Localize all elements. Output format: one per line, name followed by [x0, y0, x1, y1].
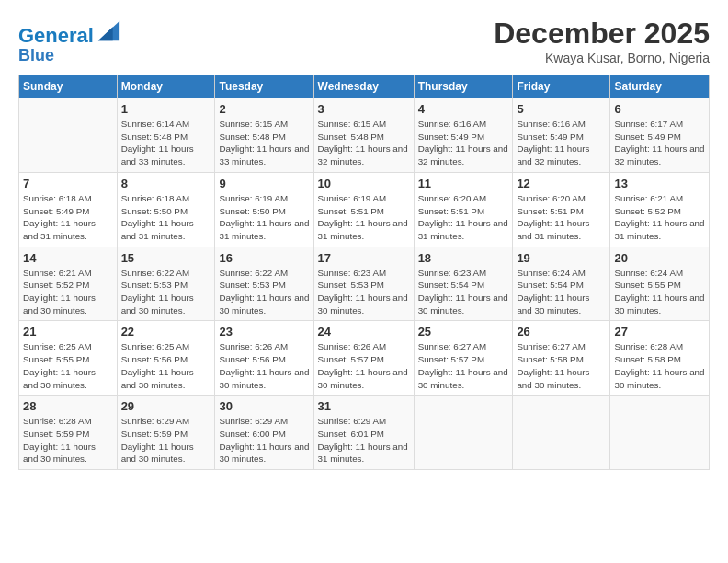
day-number: 18	[418, 251, 509, 265]
day-info: Sunrise: 6:24 AMSunset: 5:54 PMDaylight:…	[517, 267, 606, 317]
day-info: Sunrise: 6:15 AMSunset: 5:48 PMDaylight:…	[219, 118, 309, 168]
day-info: Sunrise: 6:29 AMSunset: 6:00 PMDaylight:…	[219, 415, 309, 465]
day-info: Sunrise: 6:18 AMSunset: 5:49 PMDaylight:…	[23, 192, 113, 243]
day-number: 30	[219, 399, 309, 413]
page-container: General Blue December 2025 Kwaya Kusar, …	[0, 0, 728, 479]
calendar-cell	[19, 98, 118, 173]
week-row-3: 21Sunrise: 6:25 AMSunset: 5:55 PMDayligh…	[19, 321, 710, 396]
day-number: 24	[318, 325, 410, 339]
day-number: 1	[121, 102, 211, 116]
col-header-thursday: Thursday	[414, 75, 513, 98]
header: General Blue December 2025 Kwaya Kusar, …	[18, 17, 710, 65]
day-number: 3	[318, 102, 410, 116]
logo: General Blue	[18, 17, 121, 65]
day-info: Sunrise: 6:27 AMSunset: 5:58 PMDaylight:…	[517, 340, 606, 391]
calendar-cell: 10Sunrise: 6:19 AMSunset: 5:51 PMDayligh…	[313, 172, 414, 247]
calendar-cell: 19Sunrise: 6:24 AMSunset: 5:54 PMDayligh…	[513, 247, 610, 321]
calendar-cell: 1Sunrise: 6:14 AMSunset: 5:48 PMDaylight…	[117, 98, 215, 173]
logo-text: General	[18, 17, 121, 47]
day-number: 6	[614, 102, 705, 116]
calendar-cell: 14Sunrise: 6:21 AMSunset: 5:52 PMDayligh…	[19, 247, 118, 321]
location-subtitle: Kwaya Kusar, Borno, Nigeria	[494, 51, 710, 65]
calendar-cell: 26Sunrise: 6:27 AMSunset: 5:58 PMDayligh…	[513, 321, 610, 396]
day-info: Sunrise: 6:20 AMSunset: 5:51 PMDaylight:…	[418, 192, 509, 243]
day-number: 26	[517, 325, 606, 339]
calendar-cell: 9Sunrise: 6:19 AMSunset: 5:50 PMDaylight…	[215, 172, 313, 247]
day-number: 12	[517, 177, 606, 190]
calendar-cell: 15Sunrise: 6:22 AMSunset: 5:53 PMDayligh…	[117, 247, 215, 321]
day-info: Sunrise: 6:26 AMSunset: 5:56 PMDaylight:…	[219, 340, 309, 391]
week-row-4: 28Sunrise: 6:28 AMSunset: 5:59 PMDayligh…	[19, 396, 710, 470]
calendar-cell: 7Sunrise: 6:18 AMSunset: 5:49 PMDaylight…	[19, 172, 118, 247]
calendar-cell: 4Sunrise: 6:16 AMSunset: 5:49 PMDaylight…	[414, 98, 513, 173]
calendar-cell: 29Sunrise: 6:29 AMSunset: 5:59 PMDayligh…	[117, 396, 215, 470]
col-header-friday: Friday	[513, 75, 610, 98]
calendar-cell: 11Sunrise: 6:20 AMSunset: 5:51 PMDayligh…	[414, 172, 513, 247]
calendar-cell: 25Sunrise: 6:27 AMSunset: 5:57 PMDayligh…	[414, 321, 513, 396]
calendar-cell: 20Sunrise: 6:24 AMSunset: 5:55 PMDayligh…	[610, 247, 710, 321]
day-number: 16	[219, 251, 309, 265]
day-number: 25	[418, 325, 509, 339]
calendar-cell: 8Sunrise: 6:18 AMSunset: 5:50 PMDaylight…	[117, 172, 215, 247]
day-number: 29	[121, 399, 211, 413]
day-info: Sunrise: 6:25 AMSunset: 5:56 PMDaylight:…	[121, 340, 211, 391]
day-number: 19	[517, 251, 606, 265]
day-number: 15	[121, 251, 211, 265]
day-number: 2	[219, 102, 309, 116]
day-info: Sunrise: 6:19 AMSunset: 5:50 PMDaylight:…	[219, 192, 309, 243]
day-info: Sunrise: 6:14 AMSunset: 5:48 PMDaylight:…	[121, 118, 211, 168]
col-header-wednesday: Wednesday	[313, 75, 414, 98]
day-number: 28	[23, 399, 113, 413]
day-info: Sunrise: 6:22 AMSunset: 5:53 PMDaylight:…	[219, 267, 309, 317]
week-row-0: 1Sunrise: 6:14 AMSunset: 5:48 PMDaylight…	[19, 98, 710, 173]
calendar-cell: 3Sunrise: 6:15 AMSunset: 5:48 PMDaylight…	[313, 98, 414, 173]
day-info: Sunrise: 6:25 AMSunset: 5:55 PMDaylight:…	[23, 340, 113, 391]
day-number: 7	[23, 177, 113, 190]
day-info: Sunrise: 6:26 AMSunset: 5:57 PMDaylight:…	[318, 340, 410, 391]
calendar-cell: 17Sunrise: 6:23 AMSunset: 5:53 PMDayligh…	[313, 247, 414, 321]
calendar-cell: 31Sunrise: 6:29 AMSunset: 6:01 PMDayligh…	[313, 396, 414, 470]
calendar-cell	[513, 396, 610, 470]
day-info: Sunrise: 6:28 AMSunset: 5:58 PMDaylight:…	[614, 340, 705, 391]
day-info: Sunrise: 6:23 AMSunset: 5:54 PMDaylight:…	[418, 267, 509, 317]
day-number: 17	[318, 251, 410, 265]
day-info: Sunrise: 6:21 AMSunset: 5:52 PMDaylight:…	[23, 267, 113, 317]
col-header-tuesday: Tuesday	[215, 75, 313, 98]
day-number: 4	[418, 102, 509, 116]
calendar-cell: 28Sunrise: 6:28 AMSunset: 5:59 PMDayligh…	[19, 396, 118, 470]
day-info: Sunrise: 6:21 AMSunset: 5:52 PMDaylight:…	[614, 192, 705, 243]
calendar-cell: 23Sunrise: 6:26 AMSunset: 5:56 PMDayligh…	[215, 321, 313, 396]
day-info: Sunrise: 6:19 AMSunset: 5:51 PMDaylight:…	[318, 192, 410, 243]
calendar-cell	[414, 396, 513, 470]
calendar-cell: 5Sunrise: 6:16 AMSunset: 5:49 PMDaylight…	[513, 98, 610, 173]
day-number: 14	[23, 251, 113, 265]
calendar-cell: 2Sunrise: 6:15 AMSunset: 5:48 PMDaylight…	[215, 98, 313, 173]
calendar-cell: 27Sunrise: 6:28 AMSunset: 5:58 PMDayligh…	[610, 321, 710, 396]
day-number: 9	[219, 177, 309, 190]
header-row: SundayMondayTuesdayWednesdayThursdayFrid…	[19, 75, 710, 98]
day-number: 11	[418, 177, 509, 190]
logo-blue: Blue	[18, 47, 121, 65]
calendar-cell: 22Sunrise: 6:25 AMSunset: 5:56 PMDayligh…	[117, 321, 215, 396]
calendar-cell: 30Sunrise: 6:29 AMSunset: 6:00 PMDayligh…	[215, 396, 313, 470]
day-info: Sunrise: 6:16 AMSunset: 5:49 PMDaylight:…	[418, 118, 509, 168]
day-number: 22	[121, 325, 211, 339]
calendar-cell: 21Sunrise: 6:25 AMSunset: 5:55 PMDayligh…	[19, 321, 118, 396]
day-info: Sunrise: 6:27 AMSunset: 5:57 PMDaylight:…	[418, 340, 509, 391]
calendar-cell: 18Sunrise: 6:23 AMSunset: 5:54 PMDayligh…	[414, 247, 513, 321]
day-number: 13	[614, 177, 705, 190]
day-number: 5	[517, 102, 606, 116]
col-header-sunday: Sunday	[19, 75, 118, 98]
day-number: 20	[614, 251, 705, 265]
calendar-cell: 13Sunrise: 6:21 AMSunset: 5:52 PMDayligh…	[610, 172, 710, 247]
calendar-table: SundayMondayTuesdayWednesdayThursdayFrid…	[18, 75, 710, 470]
day-number: 31	[318, 399, 410, 413]
calendar-cell: 16Sunrise: 6:22 AMSunset: 5:53 PMDayligh…	[215, 247, 313, 321]
day-info: Sunrise: 6:28 AMSunset: 5:59 PMDaylight:…	[23, 415, 113, 465]
day-number: 21	[23, 325, 113, 339]
col-header-monday: Monday	[117, 75, 215, 98]
day-number: 8	[121, 177, 211, 190]
calendar-cell	[610, 396, 710, 470]
day-info: Sunrise: 6:23 AMSunset: 5:53 PMDaylight:…	[318, 267, 410, 317]
week-row-2: 14Sunrise: 6:21 AMSunset: 5:52 PMDayligh…	[19, 247, 710, 321]
